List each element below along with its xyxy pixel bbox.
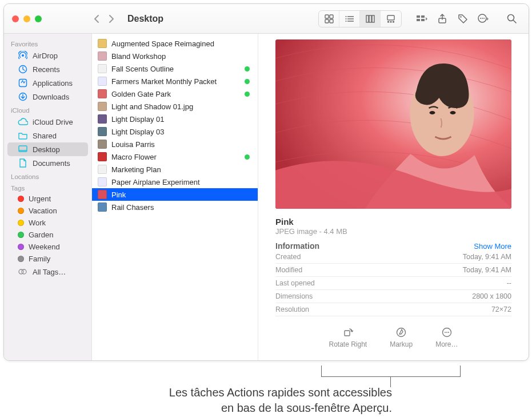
file-row[interactable]: Fall Scents Outline: [92, 62, 258, 75]
svg-rect-1: [330, 15, 333, 18]
svg-point-24: [480, 18, 481, 19]
alltags-icon: [18, 267, 28, 277]
icon-view-button[interactable]: [319, 11, 339, 27]
sidebar-item-shared[interactable]: Shared: [7, 129, 88, 142]
info-key: Dimensions: [275, 292, 313, 300]
tag-dot-icon: [18, 232, 24, 238]
tag-dot-icon: [18, 220, 24, 226]
doc-icon: [18, 158, 28, 168]
file-name-label: Louisa Parris: [111, 140, 155, 149]
sidebar-item-recents[interactable]: Recents: [7, 62, 88, 76]
file-icon: [98, 64, 107, 73]
list-view-button[interactable]: [339, 11, 360, 27]
sidebar-header: Favorites: [4, 37, 91, 49]
annotation: Les tâches Actions rapides sont accessib…: [3, 366, 529, 417]
info-row: ModifiedToday, 9:41 AM: [275, 264, 511, 277]
quick-action-rotate[interactable]: Rotate Right: [329, 327, 367, 348]
sidebar-item-vacation[interactable]: Vacation: [7, 205, 88, 217]
info-key: Last opened: [275, 279, 315, 287]
more-icon: [441, 327, 453, 338]
tag-dot-icon: [18, 196, 24, 202]
markup-icon: [395, 327, 407, 338]
sidebar: FavoritesAirDropRecentsApplicationsDownl…: [4, 34, 92, 360]
file-name-label: Golden Gate Park: [111, 90, 171, 98]
file-row[interactable]: Light and Shadow 01.jpg: [92, 100, 258, 113]
svg-rect-18: [417, 19, 420, 21]
file-row[interactable]: Paper Airplane Experiment: [92, 176, 258, 188]
sidebar-item-desktop[interactable]: Desktop: [7, 142, 88, 156]
file-row[interactable]: Bland Workshop: [92, 50, 258, 62]
gallery-view-button[interactable]: [381, 11, 401, 27]
file-row[interactable]: Golden Gate Park: [92, 88, 258, 100]
file-name-label: Fall Scents Outline: [111, 65, 174, 73]
caption-line1: Les tâches Actions rapides sont accessib…: [169, 386, 392, 399]
clock-icon: [18, 64, 28, 74]
sidebar-item-urgent[interactable]: Urgent: [7, 193, 88, 205]
quick-action-markup[interactable]: Markup: [390, 327, 413, 348]
file-row[interactable]: Louisa Parris: [92, 138, 258, 150]
forward-button[interactable]: [107, 14, 116, 23]
svg-rect-2: [325, 19, 329, 23]
svg-point-7: [345, 16, 346, 17]
file-row[interactable]: Marketing Plan: [92, 163, 258, 176]
sidebar-item-work[interactable]: Work: [7, 217, 88, 229]
sidebar-item-downloads[interactable]: Downloads: [7, 90, 88, 104]
sidebar-item-airdrop[interactable]: AirDrop: [7, 49, 88, 62]
sidebar-item-label: iCloud Drive: [33, 118, 73, 126]
file-name-label: Augmented Space Reimagined: [111, 39, 214, 48]
file-name-label: Light and Shadow 01.jpg: [111, 102, 193, 111]
info-header: Information: [275, 241, 319, 251]
info-key: Resolution: [275, 305, 309, 313]
sidebar-item-all-tags-[interactable]: All Tags…: [7, 265, 88, 279]
sidebar-item-icloud-drive[interactable]: iCloud Drive: [7, 115, 88, 129]
file-icon: [98, 77, 107, 86]
file-row[interactable]: Pink: [92, 188, 258, 201]
tag-indicator-icon: [245, 79, 250, 84]
quick-action-more[interactable]: More…: [435, 327, 458, 348]
file-icon: [98, 114, 107, 124]
file-row[interactable]: Light Display 01: [92, 113, 258, 125]
sidebar-item-weekend[interactable]: Weekend: [7, 241, 88, 253]
info-row: Last opened--: [275, 277, 511, 290]
preview-kind-size: JPEG image - 4.4 MB: [275, 227, 511, 236]
show-more-link[interactable]: Show More: [474, 242, 511, 251]
svg-point-46: [448, 332, 449, 333]
column-view-button[interactable]: [360, 11, 381, 27]
sidebar-item-applications[interactable]: Applications: [7, 76, 88, 90]
sidebar-item-family[interactable]: Family: [7, 253, 88, 265]
more-actions-button[interactable]: [475, 11, 492, 27]
back-button[interactable]: [92, 14, 101, 23]
file-row[interactable]: Farmers Market Monthly Packet: [92, 75, 258, 88]
file-icon: [98, 152, 107, 161]
svg-rect-17: [417, 15, 420, 18]
sidebar-item-documents[interactable]: Documents: [7, 156, 88, 170]
folder-title: Desktop: [127, 14, 163, 24]
search-button[interactable]: [503, 11, 521, 27]
tag-indicator-icon: [245, 66, 250, 72]
file-name-label: Farmers Market Monthly Packet: [111, 77, 217, 86]
info-value: Today, 9:41 AM: [463, 253, 511, 261]
finder-window: Desktop FavoritesAirDropRecentsApplicati…: [3, 3, 529, 361]
file-row[interactable]: Light Display 03: [92, 125, 258, 138]
sidebar-item-garden[interactable]: Garden: [7, 229, 88, 241]
sidebar-item-label: Urgent: [29, 194, 51, 203]
group-by-button[interactable]: [413, 11, 430, 27]
file-row[interactable]: Macro Flower: [92, 150, 258, 163]
preview-thumbnail: [275, 39, 511, 209]
tags-button[interactable]: [454, 11, 471, 27]
share-button[interactable]: [434, 11, 451, 27]
tag-dot-icon: [18, 244, 24, 250]
close-button[interactable]: [12, 15, 19, 22]
file-row[interactable]: Rail Chasers: [92, 201, 258, 213]
minimize-button[interactable]: [23, 15, 30, 22]
sidebar-item-label: All Tags…: [33, 268, 66, 276]
tag-indicator-icon: [245, 92, 250, 97]
file-name-label: Pink: [111, 190, 126, 199]
zoom-button[interactable]: [35, 15, 42, 22]
file-icon: [98, 39, 107, 48]
svg-point-40: [450, 111, 456, 114]
tag-dot-icon: [18, 208, 24, 214]
rotate-icon: [342, 327, 354, 338]
file-row[interactable]: Augmented Space Reimagined: [92, 37, 258, 50]
svg-point-25: [482, 18, 483, 19]
